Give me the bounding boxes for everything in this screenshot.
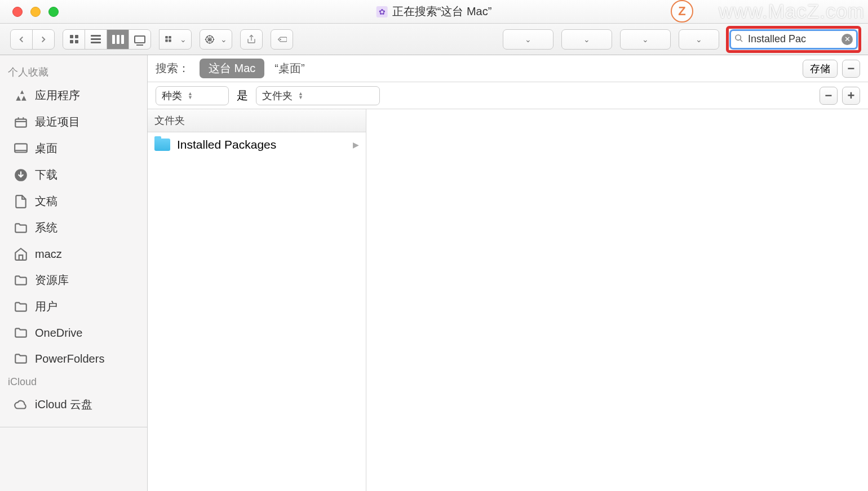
sidebar-item-applications[interactable]: 应用程序 <box>0 82 147 109</box>
filter-is-label: 是 <box>237 88 248 103</box>
svg-rect-3 <box>169 39 171 42</box>
remove-criteria-button[interactable]: − <box>842 60 860 78</box>
result-item-name: Installed Packages <box>177 138 276 151</box>
search-scope-bar: 搜索： 这台 Mac “桌面” 存储 − <box>148 55 868 82</box>
recents-icon <box>14 115 28 130</box>
result-item[interactable]: Installed Packages ▶ <box>148 132 366 157</box>
nav-buttons <box>10 29 55 50</box>
forward-button[interactable] <box>32 29 55 50</box>
action-dropdown[interactable]: ⌄ <box>200 29 232 50</box>
watermark-logo: Z <box>671 0 693 23</box>
results-column: 文件夹 Installed Packages ▶ <box>148 109 366 491</box>
sidebar-section-locations <box>0 427 147 443</box>
downloads-icon <box>14 168 28 182</box>
sidebar-section-favorites: 个人收藏 <box>0 61 147 82</box>
folder-icon <box>14 300 28 314</box>
documents-icon <box>14 194 28 209</box>
sidebar-item-system[interactable]: 系统 <box>0 215 147 241</box>
scope-this-mac[interactable]: 这台 Mac <box>200 59 264 78</box>
back-button[interactable] <box>10 29 33 50</box>
sidebar-section-icloud: iCloud <box>0 372 147 391</box>
filter-kind-value: 种类 <box>162 89 182 102</box>
sidebar-item-users[interactable]: 用户 <box>0 293 147 320</box>
folder-icon <box>154 139 170 151</box>
sidebar-item-label: 应用程序 <box>35 88 80 103</box>
scope-label: 搜索： <box>156 61 189 76</box>
chevron-updown-icon: ▲▼ <box>298 92 303 100</box>
filter-bar: 种类 ▲▼ 是 文件夹 ▲▼ − + <box>148 82 868 109</box>
tags-button[interactable] <box>271 29 293 50</box>
sidebar-item-label: iCloud 云盘 <box>35 397 92 412</box>
path-dropdown-4[interactable]: ⌄ <box>679 29 719 50</box>
svg-point-4 <box>209 38 211 41</box>
smart-folder-icon: ✿ <box>377 6 388 17</box>
close-window-button[interactable] <box>12 7 23 17</box>
svg-line-8 <box>740 39 742 42</box>
sidebar-item-label: 下载 <box>35 167 57 182</box>
path-dropdown-2[interactable]: ⌄ <box>561 29 612 50</box>
sidebar-item-label: 最近项目 <box>35 114 80 130</box>
filter-kind-select[interactable]: 种类 ▲▼ <box>156 86 229 105</box>
list-view-button[interactable] <box>85 29 107 50</box>
sidebar-item-label: 资源库 <box>35 273 69 288</box>
view-switcher <box>63 29 151 50</box>
add-filter-button[interactable]: + <box>842 87 860 105</box>
window-titlebar: ✿ 正在搜索“这台 Mac” Z www.MacZ.com <box>0 0 868 24</box>
minimize-window-button[interactable] <box>30 7 41 17</box>
home-icon <box>14 247 28 261</box>
scope-desktop[interactable]: “桌面” <box>274 61 304 76</box>
column-browser: 文件夹 Installed Packages ▶ <box>148 109 868 491</box>
filter-value-text: 文件夹 <box>262 89 293 102</box>
traffic-lights <box>0 7 59 17</box>
filter-value-select[interactable]: 文件夹 ▲▼ <box>256 86 380 105</box>
preview-column <box>366 109 868 491</box>
search-wrap: ✕ <box>729 29 858 50</box>
svg-point-6 <box>280 39 281 40</box>
content-area: 搜索： 这台 Mac “桌面” 存储 − 种类 ▲▼ 是 文件夹 ▲▼ − + <box>148 55 868 491</box>
svg-rect-1 <box>169 36 171 39</box>
column-view-button[interactable] <box>107 29 129 50</box>
sidebar-item-onedrive[interactable]: OneDrive <box>0 320 147 346</box>
share-button[interactable] <box>240 29 263 50</box>
remove-filter-button[interactable]: − <box>820 87 838 105</box>
fullscreen-window-button[interactable] <box>48 7 59 17</box>
svg-point-7 <box>736 35 741 40</box>
group-dropdown[interactable]: ⌄ <box>159 29 192 50</box>
sidebar-item-powerfolders[interactable]: PowerFolders <box>0 346 147 372</box>
search-input[interactable] <box>746 33 842 45</box>
folder-icon <box>14 351 28 366</box>
sidebar-item-desktop[interactable]: 桌面 <box>0 135 147 162</box>
search-icon <box>734 34 743 45</box>
chevron-updown-icon: ▲▼ <box>188 92 193 100</box>
folder-icon <box>14 221 28 235</box>
chevron-right-icon: ▶ <box>353 140 359 149</box>
path-dropdown-1[interactable]: ⌄ <box>503 29 553 50</box>
sidebar-item-downloads[interactable]: 下载 <box>0 162 147 188</box>
sidebar-item-label: OneDrive <box>35 327 82 340</box>
folder-icon <box>14 273 28 288</box>
svg-rect-9 <box>15 119 26 127</box>
toolbar: ⌄ ⌄ ⌄ ⌄ ⌄ ⌄ ✕ <box>0 24 868 55</box>
watermark-text: www.MacZ.com <box>719 0 865 23</box>
icon-view-button[interactable] <box>63 29 85 50</box>
clear-search-icon[interactable]: ✕ <box>842 34 853 45</box>
sidebar-item-library[interactable]: 资源库 <box>0 267 147 293</box>
sidebar-item-label: macz <box>35 248 62 261</box>
sidebar: 个人收藏 应用程序 最近项目 桌面 下载 文稿 系统 macz <box>0 55 148 491</box>
sidebar-item-label: 桌面 <box>35 141 57 156</box>
sidebar-item-documents[interactable]: 文稿 <box>0 188 147 215</box>
sidebar-item-icloud-drive[interactable]: iCloud 云盘 <box>0 391 147 418</box>
column-header: 文件夹 <box>148 109 366 132</box>
gallery-view-button[interactable] <box>129 29 151 50</box>
sidebar-item-label: PowerFolders <box>35 352 104 365</box>
cloud-icon <box>14 398 28 412</box>
window-title: ✿ 正在搜索“这台 Mac” <box>377 4 492 19</box>
search-box[interactable]: ✕ <box>729 29 858 50</box>
sidebar-item-recents[interactable]: 最近项目 <box>0 109 147 135</box>
save-search-button[interactable]: 存储 <box>803 60 838 78</box>
applications-icon <box>14 88 28 103</box>
sidebar-item-macz[interactable]: macz <box>0 241 147 267</box>
svg-rect-0 <box>165 36 168 39</box>
sidebar-item-label: 文稿 <box>35 194 57 209</box>
path-dropdown-3[interactable]: ⌄ <box>620 29 671 50</box>
